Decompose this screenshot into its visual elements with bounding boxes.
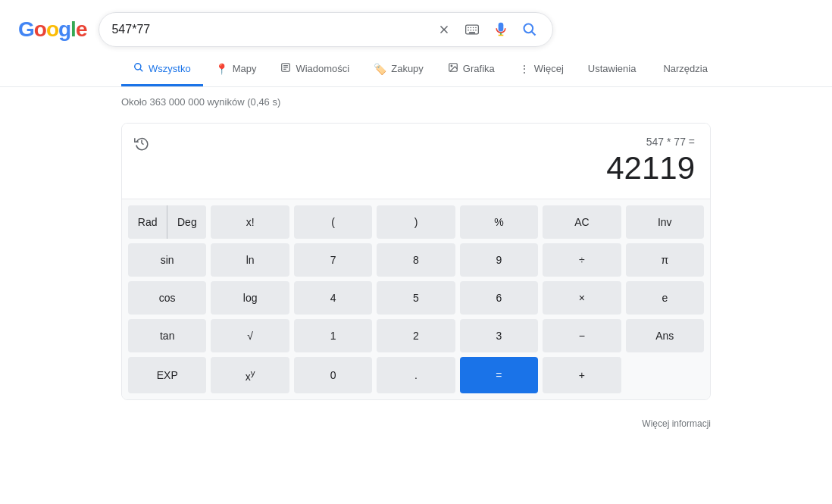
search-nav-icon [133, 62, 144, 75]
results-info: Około 363 000 000 wyników (0,46 s) [0, 87, 832, 117]
e-button[interactable]: e [626, 281, 704, 315]
subtract-button[interactable]: − [543, 319, 621, 352]
6-button[interactable]: 6 [460, 281, 538, 315]
nav-item-shopping[interactable]: 🏷️ Zakupy [361, 54, 436, 86]
calc-display: 547 * 77 = 42119 [122, 124, 710, 199]
images-nav-icon [448, 62, 458, 75]
svg-line-25 [142, 143, 144, 145]
svg-line-17 [140, 69, 143, 72]
search-input[interactable] [111, 23, 428, 36]
header: Google [0, 0, 832, 53]
nav-item-settings[interactable]: Ustawienia [576, 54, 649, 86]
deg-button[interactable]: Deg [167, 205, 206, 239]
log-button[interactable]: log [211, 281, 289, 315]
2-button[interactable]: 2 [377, 319, 455, 352]
sqrt-button[interactable]: √ [211, 319, 289, 352]
keyboard-icon[interactable] [461, 19, 483, 40]
factorial-button[interactable]: x! [211, 205, 289, 239]
ans-button[interactable]: Ans [626, 319, 704, 352]
xpow-button[interactable]: xy [211, 357, 289, 393]
4-button[interactable]: 4 [294, 281, 372, 315]
svg-line-15 [532, 32, 536, 36]
divide-button[interactable]: ÷ [543, 243, 621, 277]
rad-deg-group: Rad Deg [128, 205, 206, 239]
dot-button[interactable]: . [377, 357, 455, 393]
svg-point-14 [524, 24, 533, 33]
nav-item-all[interactable]: Wszystko [121, 53, 203, 86]
nav-right: Ustawienia Narzędzia [576, 54, 720, 86]
0-button[interactable]: 0 [294, 357, 372, 393]
calc-buttons: Rad Deg x! ( ) % AC Inv sin ln 7 8 9 ÷ π… [122, 199, 710, 399]
google-logo: Google [18, 17, 86, 42]
5-button[interactable]: 5 [377, 281, 455, 315]
multiply-button[interactable]: × [543, 281, 621, 315]
7-button[interactable]: 7 [294, 243, 372, 277]
clear-icon[interactable] [434, 20, 454, 39]
1-button[interactable]: 1 [294, 319, 372, 352]
nav-item-maps[interactable]: 📍 Mapy [203, 54, 269, 86]
nav-item-news[interactable]: Wiadomości [268, 53, 361, 86]
nav-item-images[interactable]: Grafika [436, 53, 507, 86]
search-icons [434, 19, 540, 40]
nav-bar: Wszystko 📍 Mapy Wiadomości 🏷️ Zakupy Gra… [0, 53, 832, 87]
more-info-link[interactable]: Więcej informacji [642, 418, 711, 429]
rad-button[interactable]: Rad [128, 205, 167, 239]
more-info: Więcej informacji [0, 412, 832, 435]
pi-button[interactable]: π [626, 243, 704, 277]
sin-button[interactable]: sin [128, 243, 206, 277]
9-button[interactable]: 9 [460, 243, 538, 277]
tan-button[interactable]: tan [128, 319, 206, 352]
svg-point-16 [135, 64, 141, 70]
8-button[interactable]: 8 [377, 243, 455, 277]
ln-button[interactable]: ln [211, 243, 289, 277]
more-nav-icon: ⋮ [519, 63, 530, 75]
calculator: 547 * 77 = 42119 Rad Deg x! ( ) % AC Inv… [121, 123, 711, 400]
lparen-button[interactable]: ( [294, 205, 372, 239]
search-bar [99, 12, 553, 47]
calc-expression: 547 * 77 = [137, 136, 695, 148]
rparen-button[interactable]: ) [377, 205, 455, 239]
nav-item-more[interactable]: ⋮ Więcej [507, 54, 576, 86]
ac-button[interactable]: AC [543, 205, 621, 239]
add-button[interactable]: + [543, 357, 621, 393]
percent-button[interactable]: % [460, 205, 538, 239]
news-nav-icon [280, 62, 291, 75]
maps-nav-icon: 📍 [215, 63, 228, 75]
mic-icon[interactable] [490, 19, 511, 40]
nav-item-tools[interactable]: Narzędzia [651, 54, 720, 86]
history-icon[interactable] [134, 136, 149, 155]
shopping-nav-icon: 🏷️ [374, 63, 386, 75]
cos-button[interactable]: cos [128, 281, 206, 315]
3-button[interactable]: 3 [460, 319, 538, 352]
search-submit-icon[interactable] [519, 19, 540, 40]
equals-button[interactable]: = [460, 357, 538, 393]
svg-point-23 [451, 65, 452, 67]
inv-button[interactable]: Inv [626, 205, 704, 239]
calc-result: 42119 [137, 151, 695, 186]
exp-button[interactable]: EXP [128, 357, 206, 393]
